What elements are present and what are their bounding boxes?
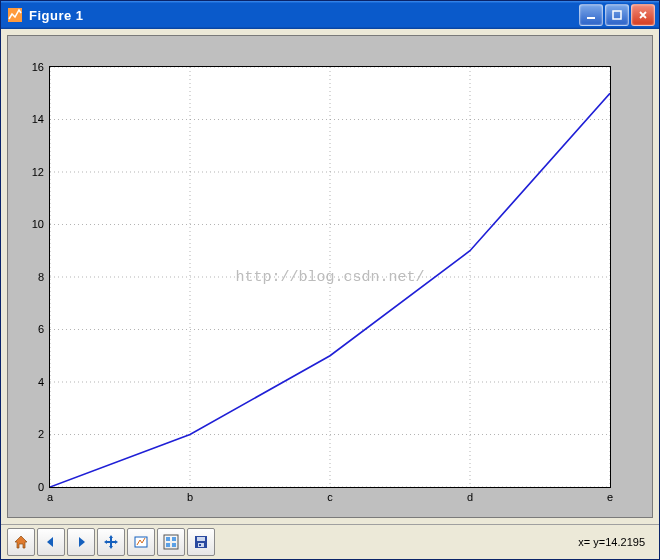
x-tick-label: c [327, 491, 333, 503]
y-tick-label: 10 [20, 218, 44, 230]
home-button[interactable] [7, 528, 35, 556]
y-tick-label: 16 [20, 61, 44, 73]
client-area: http://blog.csdn.net/ 0246810121416abcde [1, 29, 659, 559]
x-tick-label: b [187, 491, 193, 503]
plot-axes[interactable]: http://blog.csdn.net/ 0246810121416abcde [49, 66, 611, 488]
y-tick-label: 0 [20, 481, 44, 493]
figure-frame: http://blog.csdn.net/ 0246810121416abcde [7, 35, 653, 518]
title-bar[interactable]: Figure 1 [1, 1, 659, 29]
window-title: Figure 1 [29, 8, 579, 23]
minimize-button[interactable] [579, 4, 603, 26]
y-tick-label: 8 [20, 271, 44, 283]
subplots-button[interactable] [157, 528, 185, 556]
forward-button[interactable] [67, 528, 95, 556]
svg-rect-20 [172, 537, 176, 541]
figure-window: Figure 1 http://blog.csdn.net/ 024681012… [0, 0, 660, 560]
x-tick-label: e [607, 491, 613, 503]
pan-button[interactable] [97, 528, 125, 556]
y-tick-label: 12 [20, 166, 44, 178]
cursor-coord-readout: x= y=14.2195 [578, 536, 653, 548]
app-icon [7, 7, 23, 23]
maximize-button[interactable] [605, 4, 629, 26]
y-tick-label: 4 [20, 376, 44, 388]
nav-toolbar: x= y=14.2195 [1, 524, 659, 559]
zoom-button[interactable] [127, 528, 155, 556]
svg-rect-19 [166, 537, 170, 541]
y-tick-label: 6 [20, 323, 44, 335]
window-buttons [579, 4, 655, 26]
save-button[interactable] [187, 528, 215, 556]
x-tick-label: a [47, 491, 53, 503]
svg-rect-2 [613, 11, 621, 19]
svg-rect-1 [587, 17, 595, 19]
y-tick-label: 14 [20, 113, 44, 125]
svg-rect-24 [197, 537, 205, 541]
y-tick-label: 2 [20, 428, 44, 440]
svg-rect-22 [172, 543, 176, 547]
x-tick-label: d [467, 491, 473, 503]
svg-rect-21 [166, 543, 170, 547]
svg-rect-26 [199, 544, 201, 546]
back-button[interactable] [37, 528, 65, 556]
close-button[interactable] [631, 4, 655, 26]
